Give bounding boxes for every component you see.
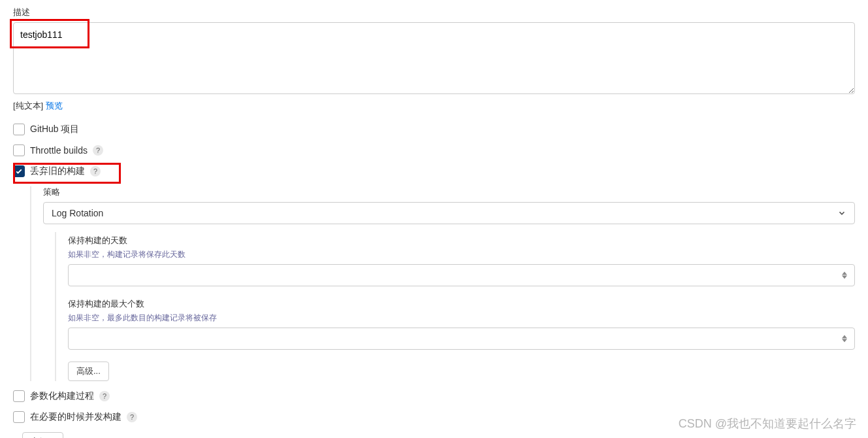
description-label: 描述 xyxy=(13,7,855,18)
log-rotation-fields: 保持构建的天数 如果非空，构建记录将保存此天数 保持构建的最大个数 如果非空，最… xyxy=(55,232,855,381)
chevron-down-icon xyxy=(837,209,846,218)
max-builds-input[interactable] xyxy=(68,328,855,350)
description-format-hint: [纯文本] 预览 xyxy=(13,100,855,112)
advanced-button[interactable]: 高级... xyxy=(68,362,109,381)
chevron-down-icon xyxy=(842,339,847,343)
advanced-button-bottom[interactable]: 高级... xyxy=(22,432,63,438)
concurrent-build-label: 在必要的时候并发构建 xyxy=(30,411,121,423)
github-project-checkbox[interactable] xyxy=(13,124,25,135)
github-project-checkbox-row: GitHub 项目 xyxy=(13,124,855,135)
throttle-builds-checkbox[interactable] xyxy=(13,144,25,156)
discard-old-builds-checkbox-row: 丢弃旧的构建 ? xyxy=(13,165,855,177)
days-to-keep-label: 保持构建的天数 xyxy=(68,235,855,246)
preview-link[interactable]: 预览 xyxy=(46,101,63,110)
help-icon[interactable]: ? xyxy=(99,391,110,401)
description-textarea[interactable] xyxy=(13,22,855,94)
discard-old-builds-checkbox[interactable] xyxy=(13,165,25,177)
discard-old-builds-label: 丢弃旧的构建 xyxy=(30,165,85,177)
chevron-down-icon xyxy=(842,276,847,279)
help-icon[interactable]: ? xyxy=(93,145,103,156)
concurrent-build-checkbox-row: 在必要的时候并发构建 ? xyxy=(13,411,855,423)
help-icon[interactable]: ? xyxy=(90,166,101,177)
max-builds-label: 保持构建的最大个数 xyxy=(68,298,855,310)
options-list: GitHub 项目 Throttle builds ? 丢弃旧的构建 ? 策略 … xyxy=(13,124,855,423)
days-to-keep-group: 保持构建的天数 如果非空，构建记录将保存此天数 xyxy=(68,235,855,286)
github-project-label: GitHub 项目 xyxy=(30,124,79,135)
concurrent-build-checkbox[interactable] xyxy=(13,411,25,423)
chevron-up-icon xyxy=(842,272,847,275)
chevron-up-icon xyxy=(842,335,847,339)
max-builds-group: 保持构建的最大个数 如果非空，最多此数目的构建记录将被保存 xyxy=(68,298,855,350)
parameterized-build-checkbox[interactable] xyxy=(13,390,25,402)
quantity-stepper[interactable] xyxy=(842,272,851,279)
days-to-keep-hint: 如果非空，构建记录将保存此天数 xyxy=(68,249,855,260)
parameterized-build-label: 参数化构建过程 xyxy=(30,390,94,402)
strategy-label: 策略 xyxy=(43,186,855,198)
discard-subsection: 策略 Log Rotation 保持构建的天数 如果非空，构建记录将保存此天数 … xyxy=(30,186,855,381)
help-icon[interactable]: ? xyxy=(127,412,137,422)
plaintext-label: [纯文本] xyxy=(13,101,43,110)
description-section: 描述 [纯文本] 预览 xyxy=(13,7,855,112)
quantity-stepper[interactable] xyxy=(842,335,851,343)
parameterized-build-checkbox-row: 参数化构建过程 ? xyxy=(13,390,855,402)
check-icon xyxy=(15,167,23,175)
throttle-builds-checkbox-row: Throttle builds ? xyxy=(13,144,855,156)
strategy-select-value: Log Rotation xyxy=(52,208,103,218)
days-to-keep-input[interactable] xyxy=(68,264,855,286)
strategy-select[interactable]: Log Rotation xyxy=(43,202,855,224)
throttle-builds-label: Throttle builds xyxy=(30,145,88,156)
max-builds-hint: 如果非空，最多此数目的构建记录将被保存 xyxy=(68,312,855,324)
